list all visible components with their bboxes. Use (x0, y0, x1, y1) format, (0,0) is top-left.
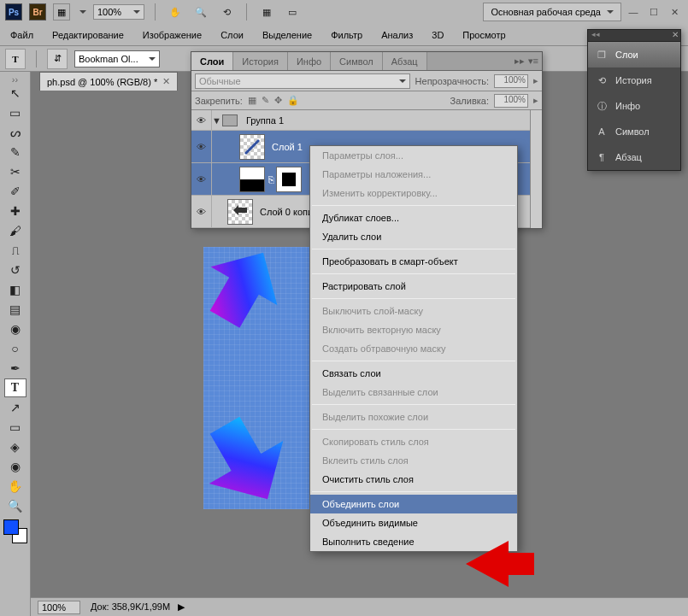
type-tool[interactable]: T (4, 378, 26, 397)
status-zoom[interactable]: 100% (38, 601, 80, 614)
zoom-tool-icon[interactable]: 🔍 (191, 3, 210, 21)
lock-transparent-icon[interactable]: ▦ (248, 95, 256, 106)
flyout-item-paragraph[interactable]: ¶Абзац (588, 144, 680, 170)
visibility-icon[interactable]: 👁 (191, 196, 212, 227)
flyout-item-layers[interactable]: ❐Слои (588, 42, 680, 67)
layer-name[interactable]: Слой 1 (268, 142, 306, 152)
tab-info[interactable]: Инфо (288, 52, 331, 70)
menu-file[interactable]: Файл (2, 27, 42, 43)
close-icon[interactable]: ✕ (162, 76, 170, 87)
screen-mode-icon[interactable]: ▭ (283, 3, 302, 21)
move-tool[interactable]: ↖ (4, 84, 26, 103)
panel-collapse-icon[interactable]: ▸▸ (515, 56, 525, 67)
rotate-view-icon[interactable]: ⟲ (217, 3, 236, 21)
fill-slider-icon[interactable]: ▸ (533, 95, 538, 106)
flyout-item-character[interactable]: AСимвол (588, 119, 680, 144)
context-menu-item[interactable]: Удалить слои (310, 227, 517, 246)
close-icon[interactable]: ✕ (672, 30, 679, 39)
menu-3d[interactable]: 3D (423, 27, 452, 43)
bridge-logo[interactable]: Br (29, 3, 46, 21)
pen-tool[interactable]: ✒ (4, 359, 26, 378)
menu-select[interactable]: Выделение (254, 27, 320, 43)
menu-edit[interactable]: Редактирование (44, 27, 132, 43)
eyedropper-tool[interactable]: ✐ (4, 182, 26, 201)
flyout-titlebar[interactable]: ◂◂ ✕ (588, 30, 680, 42)
layer-name[interactable]: Группа 1 (243, 115, 287, 126)
gradient-tool[interactable]: ▤ (4, 300, 26, 319)
context-menu-item[interactable]: Объединить видимые (310, 513, 517, 532)
tab-layers[interactable]: Слои (191, 52, 233, 70)
flyout-item-info[interactable]: ⓘИнфо (588, 93, 680, 119)
context-menu-item[interactable]: Очистить стиль слоя (310, 470, 517, 489)
marquee-tool[interactable]: ▭ (4, 103, 26, 122)
tab-paragraph[interactable]: Абзац (383, 52, 427, 70)
path-select-tool[interactable]: ↗ (4, 398, 26, 417)
lasso-tool[interactable]: ᔕ (4, 123, 26, 142)
menu-view[interactable]: Просмотр (454, 27, 514, 43)
text-tool-preset-icon[interactable]: T (5, 49, 26, 69)
context-menu-item[interactable]: Растрировать слой (310, 277, 517, 296)
menu-filter[interactable]: Фильтр (322, 27, 371, 43)
zoom-combo[interactable]: 100% (93, 4, 144, 20)
tab-history[interactable]: История (233, 52, 288, 70)
lock-all-icon[interactable]: 🔒 (287, 95, 299, 106)
healing-tool[interactable]: ✚ (4, 202, 26, 220)
shape-tool[interactable]: ▭ (4, 418, 26, 437)
context-menu-item[interactable]: Преобразовать в смарт-объект (310, 252, 517, 271)
blur-tool[interactable]: ◉ (4, 320, 26, 338)
3d-tool[interactable]: ◈ (4, 437, 26, 456)
visibility-icon[interactable]: 👁 (191, 110, 212, 130)
close-button[interactable]: ✕ (666, 5, 683, 19)
zoom-tool[interactable]: 🔍 (4, 496, 26, 515)
tab-character[interactable]: Символ (331, 52, 383, 70)
fill-input[interactable]: 100% (494, 94, 528, 108)
maximize-button[interactable]: ☐ (645, 5, 662, 19)
context-menu-item[interactable]: Связать слои (310, 364, 517, 383)
color-swatches[interactable] (3, 519, 27, 543)
context-menu-item[interactable]: Объединить слои (310, 495, 517, 513)
blend-mode-combo[interactable]: Обычные (195, 73, 410, 89)
status-doc[interactable]: Док: 358,9K/1,99M ▶ (91, 601, 185, 613)
foreground-color[interactable] (3, 519, 19, 535)
context-menu-item[interactable]: Дубликат слоев... (310, 208, 517, 227)
quick-select-tool[interactable]: ✎ (4, 143, 26, 161)
layer-thumbnail[interactable] (227, 199, 253, 225)
menu-layers[interactable]: Слои (212, 27, 252, 43)
history-brush-tool[interactable]: ↺ (4, 261, 26, 279)
brush-tool[interactable]: 🖌 (4, 221, 26, 240)
expand-icon[interactable]: ▼ (212, 115, 222, 126)
layer-group-row[interactable]: 👁 ▼ Группа 1 (191, 110, 542, 131)
stamp-tool[interactable]: ⎍ (4, 241, 26, 260)
lock-pixels-icon[interactable]: ✎ (262, 95, 269, 106)
scrollbar[interactable] (530, 110, 542, 228)
menu-image[interactable]: Изображение (134, 27, 210, 43)
visibility-icon[interactable]: 👁 (191, 163, 212, 195)
document-tab[interactable]: ph.psd @ 100% (RGB/8) * ✕ (39, 72, 178, 91)
hand-tool[interactable]: ✋ (4, 477, 26, 496)
font-family-combo[interactable]: Bookman Ol... (74, 50, 160, 67)
mini-bridge-icon[interactable]: ▦ (53, 3, 70, 21)
workspace-switcher[interactable]: Основная рабочая среда (483, 3, 621, 21)
layer-thumbnail[interactable] (239, 167, 265, 192)
hand-tool-icon[interactable]: ✋ (166, 3, 185, 21)
layer-thumbnail[interactable] (239, 134, 265, 160)
minimize-button[interactable]: — (625, 5, 642, 19)
link-icon[interactable]: ⎘ (268, 174, 274, 185)
arrange-icon[interactable]: ▦ (257, 3, 276, 21)
3d-camera-tool[interactable]: ◉ (4, 457, 26, 476)
dodge-tool[interactable]: ○ (4, 339, 26, 358)
dropdown-icon[interactable] (77, 7, 86, 17)
visibility-icon[interactable]: 👁 (191, 131, 212, 162)
opacity-input[interactable]: 100% (494, 74, 528, 88)
lock-position-icon[interactable]: ✥ (274, 95, 282, 106)
layer-mask-thumbnail[interactable] (276, 167, 302, 192)
flyout-item-history[interactable]: ⟲История (588, 67, 680, 93)
panel-menu-icon[interactable]: ▾≡ (528, 56, 538, 67)
text-orientation-icon[interactable]: ⇵ (47, 49, 68, 69)
opacity-slider-icon[interactable]: ▸ (533, 75, 538, 86)
eraser-tool[interactable]: ◧ (4, 280, 26, 299)
menu-analysis[interactable]: Анализ (373, 27, 421, 43)
crop-tool[interactable]: ✂ (4, 162, 26, 181)
toolbox-collapse-icon[interactable]: ›› (4, 74, 26, 83)
layer-name[interactable]: Слой 0 копи (256, 207, 316, 217)
